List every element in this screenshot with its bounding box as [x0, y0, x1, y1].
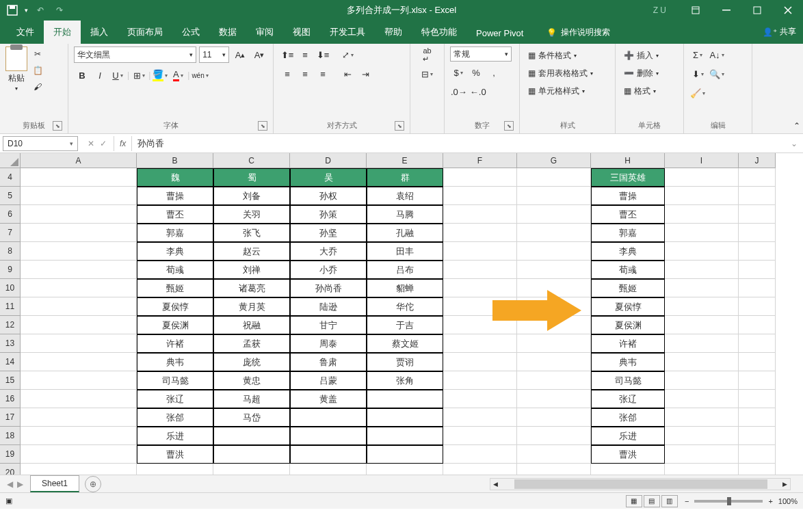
undo-icon[interactable]: ↶: [34, 3, 47, 17]
normal-view-icon[interactable]: ▦: [626, 495, 642, 507]
data-cell[interactable]: [367, 445, 443, 464]
cell[interactable]: [739, 464, 776, 475]
column-header[interactable]: C: [213, 153, 290, 168]
cell[interactable]: [443, 371, 517, 390]
tab-data[interactable]: 数据: [209, 21, 246, 44]
data-cell[interactable]: 甄姬: [137, 279, 213, 297]
zoom-level[interactable]: 100%: [778, 497, 798, 505]
data-cell[interactable]: 田丰: [367, 242, 443, 261]
row-header[interactable]: 14: [0, 353, 21, 371]
fill-color-button[interactable]: 🪣: [152, 67, 168, 83]
data-cell[interactable]: 孙权: [290, 187, 367, 205]
cell[interactable]: [517, 390, 591, 408]
tab-layout[interactable]: 页面布局: [118, 21, 172, 44]
cell[interactable]: [517, 408, 591, 427]
data-cell[interactable]: 孔融: [367, 224, 443, 242]
cell[interactable]: [517, 187, 591, 205]
confirm-formula-icon[interactable]: ✓: [100, 139, 107, 148]
next-sheet-icon[interactable]: ▶: [17, 479, 23, 489]
data-cell[interactable]: 乐进: [137, 427, 213, 445]
data-cell[interactable]: 黄盖: [290, 390, 367, 408]
row-header[interactable]: 4: [0, 168, 21, 187]
cell[interactable]: [739, 187, 776, 205]
sort-filter-button[interactable]: A↓: [709, 46, 725, 63]
paste-button[interactable]: 粘贴 ▾: [5, 46, 27, 120]
result-cell[interactable]: 许褚: [591, 334, 665, 353]
cell[interactable]: [665, 464, 739, 475]
row-header[interactable]: 19: [0, 445, 21, 464]
zoom-out-icon[interactable]: −: [685, 497, 689, 505]
cell[interactable]: [739, 242, 776, 261]
result-cell[interactable]: 曹洪: [591, 445, 665, 464]
formula-input[interactable]: 孙尚香: [132, 137, 785, 150]
cell[interactable]: [665, 297, 739, 316]
cell[interactable]: [443, 224, 517, 242]
cell[interactable]: [665, 187, 739, 205]
qat-dropdown-icon[interactable]: ▾: [25, 7, 28, 14]
increase-font-icon[interactable]: A▴: [232, 46, 248, 63]
result-cell[interactable]: 司马懿: [591, 371, 665, 390]
cell[interactable]: [739, 390, 776, 408]
row-header[interactable]: 18: [0, 427, 21, 445]
cell[interactable]: [739, 224, 776, 242]
result-cell[interactable]: 郭嘉: [591, 224, 665, 242]
column-header[interactable]: D: [290, 153, 367, 168]
data-cell[interactable]: 小乔: [290, 261, 367, 279]
data-cell[interactable]: 蔡文姬: [367, 334, 443, 353]
cell[interactable]: [443, 390, 517, 408]
save-icon[interactable]: [5, 3, 19, 17]
column-header[interactable]: I: [665, 153, 739, 168]
column-header[interactable]: B: [137, 153, 213, 168]
format-painter-icon[interactable]: 🖌: [30, 79, 45, 94]
cell[interactable]: [517, 353, 591, 371]
data-cell[interactable]: [367, 427, 443, 445]
cell[interactable]: [739, 427, 776, 445]
orientation-icon[interactable]: ⤢: [339, 46, 356, 63]
sheet-tab[interactable]: Sheet1: [30, 475, 79, 492]
cell[interactable]: [443, 408, 517, 427]
worksheet-grid[interactable]: ABCDEFGHIJ 4567891011121314151617181920 …: [0, 153, 803, 475]
tab-view[interactable]: 视图: [283, 21, 320, 44]
data-cell[interactable]: 郭嘉: [137, 224, 213, 242]
decrease-decimal-icon[interactable]: ←.0: [469, 83, 487, 100]
data-cell[interactable]: 赵云: [213, 242, 290, 261]
decrease-indent-icon[interactable]: ⇤: [339, 66, 356, 82]
increase-decimal-icon[interactable]: .0→: [450, 83, 468, 100]
data-cell[interactable]: 刘禅: [213, 261, 290, 279]
cell[interactable]: [290, 464, 367, 475]
data-cell[interactable]: [367, 408, 443, 427]
cell[interactable]: [21, 187, 137, 205]
cell[interactable]: [517, 168, 591, 187]
fill-button[interactable]: ⬇: [689, 66, 706, 82]
collapse-ribbon-icon[interactable]: ⌃: [793, 121, 800, 131]
cell[interactable]: [21, 445, 137, 464]
data-cell[interactable]: 袁绍: [367, 187, 443, 205]
tell-me-search[interactable]: 💡 操作说明搜索: [540, 21, 617, 44]
data-cell[interactable]: 孙尚香: [290, 279, 367, 297]
cell[interactable]: [21, 464, 137, 475]
data-cell[interactable]: 庞统: [213, 353, 290, 371]
cell[interactable]: [21, 261, 137, 279]
cell[interactable]: [213, 464, 290, 475]
cell[interactable]: [591, 464, 665, 475]
cell[interactable]: [517, 445, 591, 464]
cell[interactable]: [517, 205, 591, 224]
cell[interactable]: [739, 205, 776, 224]
scroll-right-icon[interactable]: ▶: [780, 481, 790, 488]
cell[interactable]: [739, 408, 776, 427]
row-header[interactable]: 5: [0, 187, 21, 205]
row-header[interactable]: 9: [0, 261, 21, 279]
data-cell[interactable]: 典韦: [137, 353, 213, 371]
increase-indent-icon[interactable]: ⇥: [357, 66, 373, 82]
copy-icon[interactable]: 📋: [30, 63, 45, 78]
clear-button[interactable]: 🧹: [689, 85, 706, 101]
data-cell[interactable]: 关羽: [213, 205, 290, 224]
ribbon-options-icon[interactable]: [680, 0, 711, 21]
record-macro-icon[interactable]: ▣: [5, 496, 12, 505]
data-cell[interactable]: 张飞: [213, 224, 290, 242]
cancel-formula-icon[interactable]: ✕: [88, 139, 94, 148]
tab-formulas[interactable]: 公式: [172, 21, 209, 44]
cell[interactable]: [665, 316, 739, 334]
tab-insert[interactable]: 插入: [81, 21, 118, 44]
table-header-cell[interactable]: 蜀: [213, 168, 290, 187]
